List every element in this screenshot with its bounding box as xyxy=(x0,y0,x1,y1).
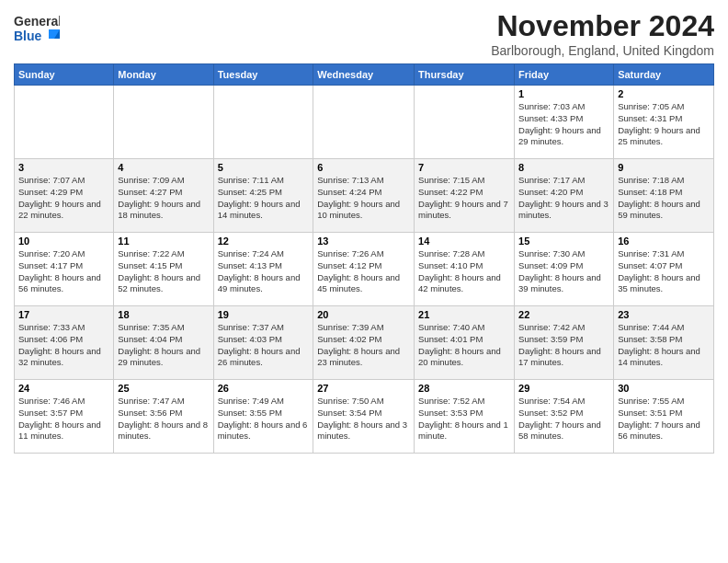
calendar-cell: 26Sunrise: 7:49 AM Sunset: 3:55 PM Dayli… xyxy=(213,380,313,454)
day-number: 23 xyxy=(618,309,710,320)
week-row-3: 17Sunrise: 7:33 AM Sunset: 4:06 PM Dayli… xyxy=(15,306,714,380)
day-info: Sunrise: 7:37 AM Sunset: 4:03 PM Dayligh… xyxy=(218,322,310,369)
calendar-cell: 27Sunrise: 7:50 AM Sunset: 3:54 PM Dayli… xyxy=(313,380,415,454)
day-info: Sunrise: 7:31 AM Sunset: 4:07 PM Dayligh… xyxy=(618,248,710,295)
day-number: 9 xyxy=(618,162,710,173)
day-number: 24 xyxy=(18,383,109,394)
day-number: 22 xyxy=(518,309,609,320)
calendar-cell: 24Sunrise: 7:46 AM Sunset: 3:57 PM Dayli… xyxy=(15,380,114,454)
calendar-cell: 12Sunrise: 7:24 AM Sunset: 4:13 PM Dayli… xyxy=(213,233,313,306)
day-info: Sunrise: 7:11 AM Sunset: 4:25 PM Dayligh… xyxy=(218,175,310,222)
day-number: 1 xyxy=(518,88,609,99)
day-info: Sunrise: 7:15 AM Sunset: 4:22 PM Dayligh… xyxy=(418,175,510,222)
title-section: November 2024 Barlborough, England, Unit… xyxy=(491,9,714,58)
day-number: 18 xyxy=(118,309,209,320)
header-wednesday: Wednesday xyxy=(313,64,415,86)
day-number: 2 xyxy=(618,88,710,99)
day-number: 27 xyxy=(317,383,410,394)
day-number: 26 xyxy=(218,383,310,394)
day-info: Sunrise: 7:44 AM Sunset: 3:58 PM Dayligh… xyxy=(618,322,710,369)
day-number: 11 xyxy=(118,236,209,247)
calendar-cell: 16Sunrise: 7:31 AM Sunset: 4:07 PM Dayli… xyxy=(614,233,714,306)
calendar-cell: 2Sunrise: 7:05 AM Sunset: 4:31 PM Daylig… xyxy=(614,86,714,159)
day-info: Sunrise: 7:13 AM Sunset: 4:24 PM Dayligh… xyxy=(317,175,410,222)
calendar-cell: 14Sunrise: 7:28 AM Sunset: 4:10 PM Dayli… xyxy=(415,233,515,306)
day-info: Sunrise: 7:09 AM Sunset: 4:27 PM Dayligh… xyxy=(118,175,209,222)
week-row-0: 1Sunrise: 7:03 AM Sunset: 4:33 PM Daylig… xyxy=(15,86,714,159)
day-number: 28 xyxy=(418,383,510,394)
calendar-table: Sunday Monday Tuesday Wednesday Thursday… xyxy=(14,63,714,454)
calendar-cell: 21Sunrise: 7:40 AM Sunset: 4:01 PM Dayli… xyxy=(415,306,515,380)
logo-svg: General Blue xyxy=(14,9,60,46)
calendar-cell xyxy=(213,86,313,159)
day-info: Sunrise: 7:26 AM Sunset: 4:12 PM Dayligh… xyxy=(317,248,410,295)
calendar-cell: 8Sunrise: 7:17 AM Sunset: 4:20 PM Daylig… xyxy=(515,159,614,233)
day-number: 4 xyxy=(118,162,209,173)
header-monday: Monday xyxy=(114,64,213,86)
day-info: Sunrise: 7:17 AM Sunset: 4:20 PM Dayligh… xyxy=(518,175,609,222)
day-number: 13 xyxy=(317,236,410,247)
svg-text:Blue: Blue xyxy=(14,29,42,43)
day-number: 6 xyxy=(317,162,410,173)
calendar-cell: 22Sunrise: 7:42 AM Sunset: 3:59 PM Dayli… xyxy=(515,306,614,380)
calendar-cell: 13Sunrise: 7:26 AM Sunset: 4:12 PM Dayli… xyxy=(313,233,415,306)
day-number: 17 xyxy=(18,309,109,320)
day-info: Sunrise: 7:28 AM Sunset: 4:10 PM Dayligh… xyxy=(418,248,510,295)
day-info: Sunrise: 7:47 AM Sunset: 3:56 PM Dayligh… xyxy=(118,396,209,442)
calendar-cell: 20Sunrise: 7:39 AM Sunset: 4:02 PM Dayli… xyxy=(313,306,415,380)
location: Barlborough, England, United Kingdom xyxy=(491,43,714,58)
header-sunday: Sunday xyxy=(15,64,114,86)
week-row-4: 24Sunrise: 7:46 AM Sunset: 3:57 PM Dayli… xyxy=(15,380,714,454)
day-number: 7 xyxy=(418,162,510,173)
day-info: Sunrise: 7:20 AM Sunset: 4:17 PM Dayligh… xyxy=(18,248,109,295)
calendar-cell: 5Sunrise: 7:11 AM Sunset: 4:25 PM Daylig… xyxy=(213,159,313,233)
day-number: 30 xyxy=(618,383,710,394)
day-info: Sunrise: 7:03 AM Sunset: 4:33 PM Dayligh… xyxy=(518,101,609,148)
day-info: Sunrise: 7:42 AM Sunset: 3:59 PM Dayligh… xyxy=(518,322,609,369)
week-row-2: 10Sunrise: 7:20 AM Sunset: 4:17 PM Dayli… xyxy=(15,233,714,306)
week-row-1: 3Sunrise: 7:07 AM Sunset: 4:29 PM Daylig… xyxy=(15,159,714,233)
page: General Blue November 2024 Barlborough, … xyxy=(0,0,728,563)
day-number: 3 xyxy=(18,162,109,173)
calendar-cell xyxy=(114,86,213,159)
day-info: Sunrise: 7:40 AM Sunset: 4:01 PM Dayligh… xyxy=(418,322,510,369)
day-number: 10 xyxy=(18,236,109,247)
day-info: Sunrise: 7:35 AM Sunset: 4:04 PM Dayligh… xyxy=(118,322,209,369)
calendar-cell: 6Sunrise: 7:13 AM Sunset: 4:24 PM Daylig… xyxy=(313,159,415,233)
day-number: 25 xyxy=(118,383,209,394)
header-saturday: Saturday xyxy=(614,64,714,86)
calendar-cell: 3Sunrise: 7:07 AM Sunset: 4:29 PM Daylig… xyxy=(15,159,114,233)
header: General Blue November 2024 Barlborough, … xyxy=(14,9,714,58)
day-info: Sunrise: 7:24 AM Sunset: 4:13 PM Dayligh… xyxy=(218,248,310,295)
day-number: 15 xyxy=(518,236,609,247)
calendar-cell: 25Sunrise: 7:47 AM Sunset: 3:56 PM Dayli… xyxy=(114,380,213,454)
calendar-cell: 23Sunrise: 7:44 AM Sunset: 3:58 PM Dayli… xyxy=(614,306,714,380)
day-number: 16 xyxy=(618,236,710,247)
day-number: 29 xyxy=(518,383,609,394)
day-info: Sunrise: 7:22 AM Sunset: 4:15 PM Dayligh… xyxy=(118,248,209,295)
calendar-cell: 7Sunrise: 7:15 AM Sunset: 4:22 PM Daylig… xyxy=(415,159,515,233)
header-friday: Friday xyxy=(515,64,614,86)
day-info: Sunrise: 7:05 AM Sunset: 4:31 PM Dayligh… xyxy=(618,101,710,148)
calendar-cell: 18Sunrise: 7:35 AM Sunset: 4:04 PM Dayli… xyxy=(114,306,213,380)
day-info: Sunrise: 7:54 AM Sunset: 3:52 PM Dayligh… xyxy=(518,396,609,442)
header-thursday: Thursday xyxy=(415,64,515,86)
calendar-cell xyxy=(15,86,114,159)
day-info: Sunrise: 7:52 AM Sunset: 3:53 PM Dayligh… xyxy=(418,396,510,442)
day-number: 12 xyxy=(218,236,310,247)
day-info: Sunrise: 7:55 AM Sunset: 3:51 PM Dayligh… xyxy=(618,396,710,442)
day-info: Sunrise: 7:39 AM Sunset: 4:02 PM Dayligh… xyxy=(317,322,410,369)
day-number: 14 xyxy=(418,236,510,247)
calendar-cell: 19Sunrise: 7:37 AM Sunset: 4:03 PM Dayli… xyxy=(213,306,313,380)
svg-text:General: General xyxy=(14,14,60,29)
day-number: 8 xyxy=(518,162,609,173)
calendar-cell: 11Sunrise: 7:22 AM Sunset: 4:15 PM Dayli… xyxy=(114,233,213,306)
calendar-cell: 9Sunrise: 7:18 AM Sunset: 4:18 PM Daylig… xyxy=(614,159,714,233)
day-number: 20 xyxy=(317,309,410,320)
calendar-cell xyxy=(415,86,515,159)
day-info: Sunrise: 7:50 AM Sunset: 3:54 PM Dayligh… xyxy=(317,396,410,442)
day-number: 5 xyxy=(218,162,310,173)
day-info: Sunrise: 7:46 AM Sunset: 3:57 PM Dayligh… xyxy=(18,396,109,442)
calendar-cell: 15Sunrise: 7:30 AM Sunset: 4:09 PM Dayli… xyxy=(515,233,614,306)
calendar-cell: 1Sunrise: 7:03 AM Sunset: 4:33 PM Daylig… xyxy=(515,86,614,159)
